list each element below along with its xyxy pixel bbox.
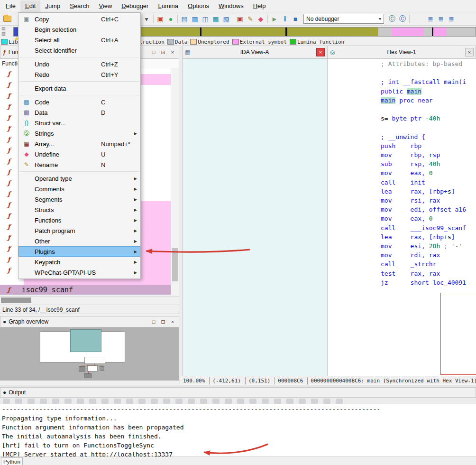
menu-item-comments[interactable]: Comments▶ [18, 184, 140, 194]
function-row-icon[interactable]: ƒ [8, 158, 14, 165]
list-view-icon-3[interactable]: ≣ [446, 14, 457, 24]
menu-item-keypatch[interactable]: Keypatch▶ [18, 257, 140, 267]
menubar-item-debugger[interactable]: Debugger [117, 0, 153, 12]
enum-view-icon[interactable]: ▦ [211, 14, 221, 24]
menu-item-structs[interactable]: Structs▶ [18, 205, 140, 215]
hex-view-tabbar[interactable]: ◎ Hex View-1 × [327, 46, 476, 59]
float-button[interactable]: ⊡ [158, 317, 168, 326]
data-view-icon[interactable]: ▥ [190, 14, 200, 24]
patch-icon[interactable]: ▣ [235, 14, 245, 24]
menubar-item-search[interactable]: Search [65, 0, 94, 12]
list-view-icon-2[interactable]: ≣ [436, 14, 446, 24]
menu-item-other[interactable]: Other▶ [18, 236, 140, 246]
menu-item-undefine[interactable]: ◆UndefineU [18, 149, 140, 159]
toolbar-overflow-icon[interactable]: ▾ [141, 14, 152, 24]
maximize-button[interactable]: □ [149, 317, 158, 326]
scrollbar-thumb[interactable] [1, 298, 31, 303]
function-row-icon[interactable]: ƒ [8, 179, 14, 187]
maximize-button[interactable]: □ [149, 48, 158, 56]
function-row-icon[interactable]: ƒ [8, 103, 14, 111]
menubar-item-windows[interactable]: Windows [214, 0, 248, 12]
functions-vscrollbar[interactable] [171, 68, 179, 295]
menu-item-array[interactable]: ▦Array...Numpad+* [18, 139, 140, 149]
function-row-icon[interactable]: ƒ [8, 212, 14, 220]
function-row-icon[interactable]: ƒ [8, 256, 14, 263]
navband-segment [287, 28, 378, 36]
function-row-icon[interactable]: ƒ [8, 245, 14, 252]
jump-list-icon[interactable]: ▤ [179, 14, 190, 24]
graph-overview-canvas[interactable] [0, 327, 179, 381]
menubar-item-lumina[interactable]: Lumina [153, 0, 183, 12]
function-row-icon[interactable]: ƒ [8, 267, 14, 274]
functions-hscrollbar[interactable] [0, 296, 179, 304]
menu-item-wpechat-gptapi-us[interactable]: WPeChat-GPTAPI-US▶ [18, 267, 140, 278]
function-row-icon[interactable]: ƒ [8, 147, 14, 154]
menubar-item-jump[interactable]: Jump [40, 0, 65, 12]
menu-item-data[interactable]: ▥DataD [18, 107, 140, 118]
menubar-item-file[interactable]: File [1, 0, 20, 12]
side-toolbar-icon[interactable]: ▤ [1, 26, 13, 31]
function-row-icon[interactable]: ƒ [8, 92, 14, 100]
start-address-icon[interactable]: ▣ [155, 14, 165, 24]
function-row-icon[interactable]: ƒ [8, 168, 14, 176]
menu-item-rename[interactable]: ✎RenameN [18, 159, 140, 170]
tab-python[interactable]: Python [1, 457, 23, 465]
ida-view-tabbar[interactable]: ▦ IDA View-A × [182, 46, 327, 59]
close-icon[interactable]: × [316, 48, 325, 56]
close-button[interactable]: × [168, 48, 177, 56]
struct-view-icon[interactable]: ◫ [200, 14, 211, 24]
pseudocode-icon[interactable]: Ⓒ [397, 14, 408, 24]
function-row-icon[interactable]: ƒ [8, 201, 14, 209]
menu-item-copy[interactable]: ▣CopyCtrl+C [18, 14, 140, 24]
function-row-icon[interactable]: ƒ [8, 136, 14, 143]
menu-item-operand-type[interactable]: Operand type▶ [18, 173, 140, 184]
menu-item-strings[interactable]: ⓈStrings▶ [18, 128, 140, 139]
debugger-select[interactable]: No debugger▾ [303, 14, 384, 24]
menu-item-begin-selection[interactable]: Begin selection [18, 24, 140, 35]
menubar-item-edit[interactable]: Edit [20, 0, 40, 12]
function-row-icon[interactable]: ƒ [8, 114, 14, 121]
menu-item-code[interactable]: ▤CodeC [18, 97, 140, 107]
float-button[interactable]: ⊡ [158, 48, 168, 56]
menu-item-patch-program[interactable]: Patch program▶ [18, 225, 140, 236]
debugger-start-icon[interactable]: ► [269, 14, 280, 24]
menu-item-segments[interactable]: Segments▶ [18, 194, 140, 205]
function-row-icon[interactable]: ƒ [8, 125, 14, 132]
function-row-icon[interactable]: ƒ [8, 81, 14, 89]
menu-item-undo[interactable]: UndoCtrl+Z [18, 59, 140, 69]
menu-item-plugins[interactable]: Plugins▶ [18, 246, 140, 257]
scrollbar-thumb[interactable] [172, 248, 178, 281]
ida-view-canvas[interactable] [182, 59, 327, 376]
close-icon[interactable]: × [465, 48, 474, 56]
menu-item-label: Keypatch [35, 259, 60, 266]
function-row-icon[interactable]: ƒ [8, 70, 14, 78]
function-row-icon[interactable]: ƒ [8, 190, 14, 198]
undefine-icon[interactable]: ◆ [256, 14, 266, 24]
debugger-pause-icon[interactable]: ‖ [280, 14, 290, 24]
segments-view-icon[interactable]: ▧ [221, 14, 231, 24]
menu-item-select-identifier[interactable]: Select identifier [18, 45, 140, 56]
rename-icon[interactable]: ✎ [245, 14, 256, 24]
side-toolbar-icon[interactable]: ▥ [1, 31, 13, 36]
functions-selected-row[interactable]: ƒ __isoc99_scanf [0, 285, 171, 295]
graph-overview-titlebar[interactable]: ● Graph overview □ ⊡ × [0, 316, 179, 327]
menu-item-struct-var[interactable]: {}Struct var... [18, 118, 140, 128]
menubar-item-help[interactable]: Help [248, 0, 271, 12]
produce-c-file-icon[interactable]: Ⓒ [387, 14, 397, 24]
function-row-icon[interactable]: ƒ [8, 223, 14, 231]
menubar-item-view[interactable]: View [94, 0, 117, 12]
run-analysis-icon[interactable]: ● [165, 14, 176, 24]
hex-view-panel[interactable]: ; Attributes: bp-based ; int __fastcall … [327, 59, 476, 376]
menubar-item-options[interactable]: Options [183, 0, 214, 12]
menu-item-select-all[interactable]: Select allCtrl+A [18, 35, 140, 45]
debugger-stop-icon[interactable]: ■ [290, 14, 301, 24]
close-button[interactable]: × [168, 317, 177, 326]
menu-item-redo[interactable]: RedoCtrl+Y [18, 69, 140, 80]
open-file-icon[interactable] [2, 14, 12, 24]
menu-item-export-data[interactable]: Export data [18, 83, 140, 93]
output-titlebar[interactable]: ● Output [0, 387, 476, 398]
function-row-icon[interactable]: ƒ [8, 234, 14, 242]
menu-item-functions[interactable]: Functions▶ [18, 215, 140, 225]
output-console[interactable]: ----------------------------------------… [0, 404, 476, 456]
list-view-icon-1[interactable]: ≣ [425, 14, 436, 24]
